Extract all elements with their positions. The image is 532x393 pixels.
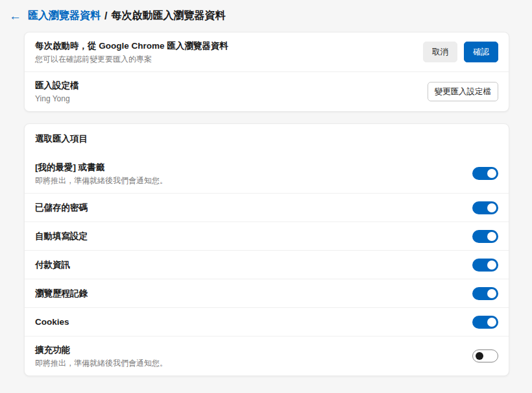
select-import-items-card: 選取匯入項目 [我的最愛] 或書籤 即將推出，準備就緒後我們會通知您。 已儲存的… xyxy=(24,123,509,376)
import-item-label: 擴充功能 xyxy=(35,344,465,357)
settings-page: ← 匯入瀏覽器資料 / 每次啟動匯入瀏覽器資料 每次啟動時，從 Google C… xyxy=(0,0,532,376)
import-item-label: 付款資訊 xyxy=(35,259,465,272)
select-items-header-row: 選取匯入項目 xyxy=(25,124,509,154)
select-items-header: 選取匯入項目 xyxy=(35,133,88,146)
toggle-switch[interactable] xyxy=(472,259,498,272)
import-item-label: 已儲存的密碼 xyxy=(35,201,465,214)
breadcrumb-separator: / xyxy=(104,10,107,22)
toggle-knob xyxy=(487,232,496,241)
import-profile-row: 匯入設定檔 Ying Yong 變更匯入設定檔 xyxy=(25,71,509,111)
cancel-button[interactable]: 取消 xyxy=(423,42,457,63)
import-item-row: 付款資訊 xyxy=(25,250,509,279)
toggle-switch[interactable] xyxy=(472,230,498,243)
toggle-knob xyxy=(487,260,496,270)
toggle-knob xyxy=(487,289,496,298)
import-item-label: Cookies xyxy=(35,316,465,329)
import-item-subtitle: 即將推出，準備就緒後我們會通知您。 xyxy=(35,358,465,368)
import-item-subtitle: 即將推出，準備就緒後我們會通知您。 xyxy=(35,175,465,186)
toggle-switch[interactable] xyxy=(472,201,498,214)
toggle-switch[interactable] xyxy=(472,316,498,329)
startup-import-title: 每次啟動時，從 Google Chrome 匯入瀏覽器資料 xyxy=(35,40,415,53)
import-item-label: 自動填寫設定 xyxy=(35,230,465,243)
import-profile-text: 匯入設定檔 Ying Yong xyxy=(35,79,428,104)
import-item-row: 自動填寫設定 xyxy=(25,222,509,250)
import-item-row: 瀏覽歷程記錄 xyxy=(25,279,509,307)
back-arrow-icon[interactable]: ← xyxy=(9,10,21,22)
page-title: 每次啟動匯入瀏覽器資料 xyxy=(111,9,225,23)
startup-import-subtitle: 您可以在確認前變更要匯入的專案 xyxy=(35,54,415,64)
import-profile-value: Ying Yong xyxy=(35,94,420,104)
startup-import-text: 每次啟動時，從 Google Chrome 匯入瀏覽器資料 您可以在確認前變更要… xyxy=(35,40,423,64)
toggle-knob xyxy=(476,352,483,360)
toggle-knob xyxy=(487,169,496,178)
toggle-switch[interactable] xyxy=(472,287,498,300)
import-items-list: [我的最愛] 或書籤 即將推出，準備就緒後我們會通知您。 已儲存的密碼 自動填寫… xyxy=(25,154,509,375)
import-item-label: 瀏覽歷程記錄 xyxy=(35,287,465,300)
import-profile-title: 匯入設定檔 xyxy=(35,79,420,92)
toggle-switch[interactable] xyxy=(472,349,498,362)
confirm-button[interactable]: 確認 xyxy=(464,42,498,63)
breadcrumb: ← 匯入瀏覽器資料 / 每次啟動匯入瀏覽器資料 xyxy=(9,9,532,23)
change-import-profile-button[interactable]: 變更匯入設定檔 xyxy=(428,82,499,102)
breadcrumb-parent-link[interactable]: 匯入瀏覽器資料 xyxy=(28,9,101,23)
import-item-row: 擴充功能 即將推出，準備就緒後我們會通知您。 xyxy=(25,336,509,375)
toggle-knob xyxy=(487,203,496,212)
import-settings-card: 每次啟動時，從 Google Chrome 匯入瀏覽器資料 您可以在確認前變更要… xyxy=(24,32,509,112)
startup-import-actions: 取消 確認 xyxy=(423,42,498,63)
startup-import-row: 每次啟動時，從 Google Chrome 匯入瀏覽器資料 您可以在確認前變更要… xyxy=(25,32,509,71)
import-item-row: 已儲存的密碼 xyxy=(25,193,509,222)
import-item-row: Cookies xyxy=(25,307,509,336)
import-item-label: [我的最愛] 或書籤 xyxy=(35,161,465,174)
toggle-switch[interactable] xyxy=(472,167,498,180)
import-item-row: [我的最愛] 或書籤 即將推出，準備就緒後我們會通知您。 xyxy=(25,154,509,193)
toggle-knob xyxy=(487,318,496,327)
